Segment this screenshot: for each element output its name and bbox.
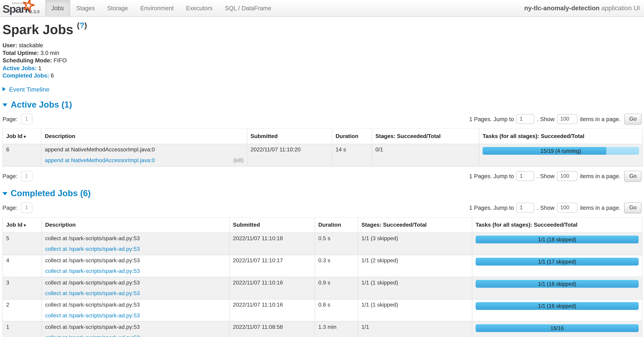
event-timeline-toggle[interactable]: Event Timeline [2,85,50,92]
active-jobs-header-row: Job Id▾ Description Submitted Duration S… [2,128,643,144]
column-duration[interactable]: Duration [315,217,358,233]
job-detail-link[interactable]: collect at /spark-scripts/spark-ad.py:53 [45,290,140,297]
items-per-page-input[interactable] [557,114,578,124]
page-number-input[interactable] [21,113,32,124]
spark-logo[interactable]: APACHE Spark 3.3.0 [0,0,40,16]
job-tasks-cell: 1/1 (16 skipped) [472,300,642,322]
job-stages-cell: 0/1 [372,144,479,166]
job-stages-cell: 1/1 (3 skipped) [358,233,472,255]
summary-user: User: stackable [2,41,642,49]
items-per-page-input[interactable] [557,171,578,181]
job-submitted-cell: 2022/11/07 11:10:18 [230,233,315,255]
job-duration-cell: 0.8 s [315,300,358,322]
job-id-cell: 6 [2,144,42,166]
tab-environment[interactable]: Environment [134,0,180,16]
column-job-id[interactable]: Job Id▾ [2,217,42,233]
go-button[interactable]: Go [624,171,642,181]
column-stages[interactable]: Stages: Succeeded/Total [358,217,472,233]
job-stages-cell: 1/1 [358,322,472,337]
job-submitted-cell: 2022/11/07 11:10:17 [230,255,315,277]
go-button[interactable]: Go [624,202,642,213]
completed-jobs-section-header[interactable]: Completed Jobs (6) [2,188,90,198]
summary-uptime: Total Uptime: 3.0 min [2,49,642,57]
job-id-cell: 3 [2,277,42,300]
event-timeline-label: Event Timeline [9,85,50,92]
completed-jobs-header-row: Job Id▾ Description Submitted Duration S… [2,217,642,233]
job-submitted-cell: 2022/11/07 11:10:20 [247,144,332,166]
task-progress-bar: 16/16 [476,324,639,332]
active-jobs-table: Job Id▾ Description Submitted Duration S… [2,128,643,166]
page-label: Page: [2,173,18,179]
task-progress-bar: 1/1 (16 skipped) [476,280,639,288]
job-description-cell: collect at /spark-scripts/spark-ad.py:53… [42,300,230,322]
job-id-cell: 5 [2,233,42,255]
page-label: Page: [2,204,18,211]
column-duration[interactable]: Duration [332,128,372,144]
items-per-page-input[interactable] [557,203,578,212]
expanded-arrow-icon [2,192,7,195]
tab-executors[interactable]: Executors [180,0,218,16]
job-duration-cell: 1.3 min [315,322,358,337]
jump-to-page-input[interactable] [516,203,534,212]
job-description-cell: collect at /spark-scripts/spark-ad.py:53… [42,233,230,255]
summary-scheduling-mode: Scheduling Mode: FIFO [2,57,642,64]
job-detail-link[interactable]: collect at /spark-scripts/spark-ad.py:53 [45,335,140,337]
column-submitted[interactable]: Submitted [230,217,315,233]
column-submitted[interactable]: Submitted [247,128,332,144]
jump-to-page-input[interactable] [516,114,534,124]
application-ui-suffix: application UI [600,4,640,11]
help-link[interactable]: ? [80,21,84,30]
column-tasks[interactable]: Tasks (for all stages): Succeeded/Total [472,217,642,233]
tab-storage[interactable]: Storage [101,0,134,16]
column-description[interactable]: Description [42,128,247,144]
completed-job-row: 3 collect at /spark-scripts/spark-ad.py:… [2,277,642,300]
sort-desc-icon: ▾ [24,134,26,139]
tab-stages[interactable]: Stages [70,0,101,16]
job-detail-link[interactable]: collect at /spark-scripts/spark-ad.py:53 [45,246,140,252]
tab-jobs[interactable]: Jobs [45,0,70,16]
job-tasks-cell: 16/16 [472,322,642,337]
column-stages[interactable]: Stages: Succeeded/Total [372,128,479,144]
job-submitted-cell: 2022/11/07 11:10:16 [230,300,315,322]
summary-active-jobs: Active Jobs: 1 [2,64,642,72]
job-id-cell: 2 [2,300,42,322]
job-tasks-cell: 15/19 (4 running) [479,144,643,166]
job-summary-list: User: stackable Total Uptime: 3.0 min Sc… [2,41,642,79]
kill-job-link[interactable]: (kill) [234,157,244,164]
summary-completed-jobs: Completed Jobs: 6 [2,72,642,79]
active-jobs-section-header[interactable]: Active Jobs (1) [2,100,72,109]
completed-jobs-link[interactable]: Completed Jobs: [2,72,49,79]
spark-ui-page: APACHE Spark 3.3.0 Jobs Stages Storage E… [0,0,644,337]
job-tasks-cell: 1/1 (18 skipped) [472,233,642,255]
active-jobs-pagination-top: Page: 1 Pages. Jump to . Show items in a… [2,113,642,124]
job-stages-cell: 1/1 (1 skipped) [358,277,472,300]
job-id-cell: 1 [2,322,42,337]
job-submitted-cell: 2022/11/07 11:08:58 [230,322,315,337]
job-stages-cell: 1/1 (1 skipped) [358,300,472,322]
show-label: . Show [537,204,554,211]
page-number-input[interactable] [21,202,32,213]
completed-job-row: 2 collect at /spark-scripts/spark-ad.py:… [2,300,642,322]
sort-desc-icon: ▾ [24,223,26,227]
column-job-id[interactable]: Job Id▾ [2,128,42,144]
tab-sql-dataframe[interactable]: SQL / DataFrame [219,0,278,16]
application-name: ny-tlc-anomaly-detection [524,4,600,11]
job-detail-link[interactable]: collect at /spark-scripts/spark-ad.py:53 [45,268,140,275]
job-detail-link[interactable]: collect at /spark-scripts/spark-ad.py:53 [45,312,140,319]
page-label: Page: [2,116,18,122]
completed-job-row: 1 collect at /spark-scripts/spark-ad.py:… [2,322,642,337]
pages-jump-label: 1 Pages. Jump to [469,116,514,122]
active-jobs-link[interactable]: Active Jobs: [2,65,37,71]
jump-to-page-input[interactable] [516,171,534,181]
column-tasks[interactable]: Tasks (for all stages): Succeeded/Total [479,128,643,144]
page-number-input[interactable] [21,171,32,181]
column-description[interactable]: Description [42,217,230,233]
task-progress-bar: 1/1 (16 skipped) [476,302,639,310]
go-button[interactable]: Go [624,113,642,124]
job-description-cell: collect at /spark-scripts/spark-ad.py:53… [42,322,230,337]
job-detail-link[interactable]: append at NativeMethodAccessorImpl.java:… [45,157,155,164]
help-badge: (?) [77,21,87,30]
completed-job-row: 4 collect at /spark-scripts/spark-ad.py:… [2,255,642,277]
show-label: . Show [537,173,554,179]
collapsed-arrow-icon [2,87,6,91]
